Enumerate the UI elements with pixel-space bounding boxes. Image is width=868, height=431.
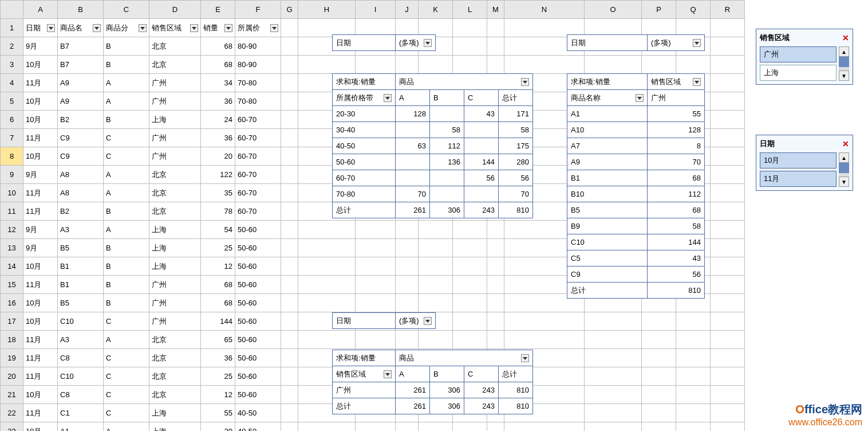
row-header[interactable]: 12 <box>1 221 23 239</box>
cell[interactable] <box>396 56 419 74</box>
cell[interactable] <box>711 166 745 184</box>
cell[interactable]: A8 <box>58 184 104 202</box>
cell[interactable] <box>281 19 298 37</box>
cell[interactable] <box>711 221 745 239</box>
pivot-col-label[interactable]: 商品 <box>396 74 533 90</box>
cell[interactable]: 北京 <box>149 184 201 202</box>
cell[interactable] <box>453 19 487 37</box>
cell[interactable] <box>585 422 642 432</box>
column-header[interactable]: N <box>504 1 585 19</box>
cell[interactable] <box>281 202 298 221</box>
cell[interactable] <box>281 257 298 276</box>
cell[interactable]: 40-50 <box>235 404 281 422</box>
cell[interactable] <box>585 386 642 404</box>
column-header[interactable]: M <box>487 1 504 19</box>
row-header[interactable]: 11 <box>1 202 23 221</box>
cell[interactable]: 70-80 <box>235 92 281 111</box>
cell[interactable] <box>711 276 745 294</box>
cell[interactable] <box>396 276 419 294</box>
cell[interactable] <box>711 312 745 331</box>
cell[interactable]: 10月 <box>23 312 58 331</box>
pivot-col-label[interactable]: 商品 <box>396 350 533 366</box>
cell[interactable]: 34 <box>201 74 235 92</box>
pivot3-filter[interactable]: 日期 (多项) <box>332 312 436 329</box>
cell[interactable] <box>676 404 711 422</box>
cell[interactable] <box>298 221 356 239</box>
cell[interactable] <box>642 331 676 349</box>
cell[interactable] <box>504 422 585 432</box>
cell[interactable]: C <box>104 129 149 147</box>
cell[interactable] <box>676 422 711 432</box>
cell[interactable]: A <box>104 331 149 349</box>
scroll-up-icon[interactable]: ▲ <box>839 46 849 57</box>
cell[interactable] <box>504 56 585 74</box>
cell[interactable]: 广州 <box>149 74 201 92</box>
row-header[interactable]: 18 <box>1 331 23 349</box>
cell[interactable]: A <box>104 184 149 202</box>
cell[interactable] <box>642 312 676 331</box>
cell[interactable]: B <box>104 239 149 257</box>
row-header[interactable]: 16 <box>1 294 23 312</box>
cell[interactable] <box>281 239 298 257</box>
row-header[interactable]: 7 <box>1 129 23 147</box>
cell[interactable]: C1 <box>58 404 104 422</box>
column-header[interactable] <box>1 1 23 19</box>
row-header[interactable]: 2 <box>1 37 23 56</box>
cell[interactable]: 11月 <box>23 276 58 294</box>
cell[interactable]: 上海 <box>149 239 201 257</box>
cell[interactable]: C10 <box>58 312 104 331</box>
cell[interactable]: 144 <box>201 312 235 331</box>
cell[interactable] <box>281 422 298 432</box>
cell[interactable]: 9月 <box>23 37 58 56</box>
cell[interactable]: 11月 <box>23 129 58 147</box>
cell[interactable] <box>676 331 711 349</box>
column-header[interactable]: J <box>396 1 419 19</box>
cell[interactable]: 10月 <box>23 147 58 166</box>
cell[interactable] <box>585 404 642 422</box>
pivot-row-label[interactable]: 所属价格带 <box>333 90 396 106</box>
cell[interactable]: 54 <box>201 221 235 239</box>
row-header[interactable]: 4 <box>1 74 23 92</box>
cell[interactable] <box>298 239 356 257</box>
cell[interactable] <box>281 294 298 312</box>
cell[interactable]: 40-50 <box>235 422 281 432</box>
cell[interactable]: 上海 <box>149 422 201 432</box>
cell[interactable] <box>453 422 487 432</box>
cell[interactable]: 10月 <box>23 111 58 129</box>
clear-filter-icon[interactable]: ✕ <box>842 139 849 148</box>
cell[interactable] <box>487 221 504 239</box>
cell[interactable] <box>711 294 745 312</box>
cell[interactable] <box>298 257 356 276</box>
cell[interactable] <box>356 422 396 432</box>
cell[interactable] <box>453 221 487 239</box>
cell[interactable]: A8 <box>58 166 104 184</box>
filter-icon[interactable] <box>224 24 232 32</box>
cell[interactable] <box>711 147 745 166</box>
cell[interactable] <box>642 367 676 386</box>
cell[interactable] <box>281 367 298 386</box>
column-header[interactable]: I <box>356 1 396 19</box>
cell[interactable]: 20 <box>201 422 235 432</box>
cell[interactable] <box>396 294 419 312</box>
cell[interactable] <box>356 294 396 312</box>
column-header[interactable]: Q <box>676 1 711 19</box>
cell[interactable] <box>419 56 453 74</box>
cell[interactable] <box>487 37 504 56</box>
row-header[interactable]: 8 <box>1 147 23 166</box>
cell[interactable] <box>711 74 745 92</box>
row-header[interactable]: 10 <box>1 184 23 202</box>
cell[interactable]: 122 <box>201 166 235 184</box>
cell[interactable] <box>585 56 642 74</box>
cell[interactable]: B1 <box>58 257 104 276</box>
cell[interactable]: A9 <box>58 74 104 92</box>
pivot3[interactable]: 求和项:销量商品销售区域ABC总计广州261306243810总计2613062… <box>332 350 533 414</box>
slicer-item[interactable]: 广州 <box>760 46 837 62</box>
cell[interactable]: 11月 <box>23 404 58 422</box>
filter-header-cell[interactable]: 商品名 <box>58 19 104 37</box>
cell[interactable]: 80-90 <box>235 56 281 74</box>
cell[interactable]: B <box>104 56 149 74</box>
filter-icon[interactable] <box>93 24 101 32</box>
cell[interactable]: 广州 <box>149 312 201 331</box>
column-header[interactable]: K <box>419 1 453 19</box>
slicer-item[interactable]: 10月 <box>760 152 837 169</box>
